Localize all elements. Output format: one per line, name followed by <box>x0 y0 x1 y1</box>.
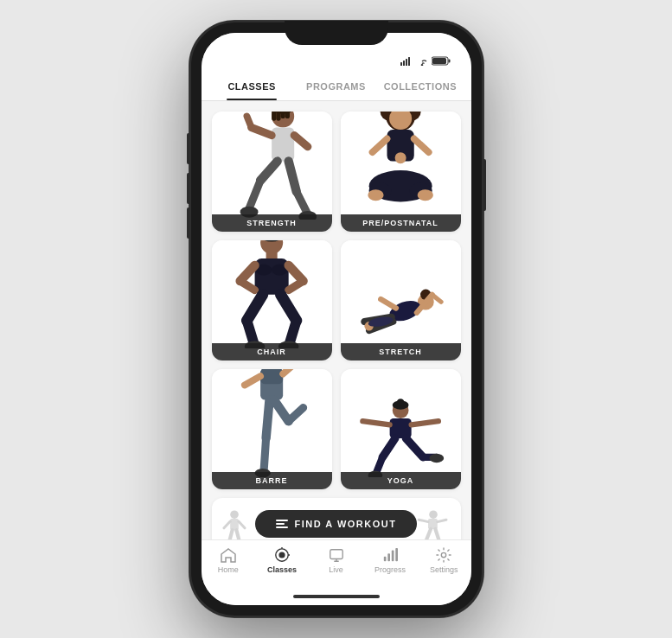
find-workout-left-person <box>219 508 250 539</box>
tab-navigation: CLASSES PROGRAMS COLLECTIONS <box>202 71 471 101</box>
svg-rect-110 <box>392 551 394 562</box>
find-workout-label: FIND A WORKOUT <box>295 519 397 529</box>
workout-card-stretch[interactable]: STRETCH <box>341 240 461 360</box>
workout-card-postnatal[interactable]: PRE/POSTNATAL <box>341 112 461 232</box>
svg-point-79 <box>397 399 404 405</box>
svg-line-31 <box>372 138 387 152</box>
illustration-barre <box>227 381 317 477</box>
svg-line-71 <box>245 376 260 385</box>
tab-collections[interactable]: COLLECTIONS <box>378 71 462 100</box>
barre-label: BARRE <box>212 472 332 489</box>
home-bar <box>202 588 471 605</box>
home-icon <box>219 547 238 563</box>
workout-card-barre[interactable]: BARRE <box>212 369 332 489</box>
illustration-stretch <box>355 252 445 348</box>
svg-line-73 <box>264 437 266 471</box>
svg-point-89 <box>230 510 239 519</box>
live-icon <box>327 547 346 563</box>
nav-item-settings[interactable]: Settings <box>417 547 470 574</box>
svg-rect-13 <box>285 112 290 118</box>
illustration-yoga <box>355 381 445 477</box>
svg-line-99 <box>426 529 431 539</box>
stretch-label: STRETCH <box>341 343 461 360</box>
home-nav-label: Home <box>218 565 239 574</box>
svg-point-33 <box>394 152 406 163</box>
sliders-icon <box>276 520 288 528</box>
svg-line-19 <box>249 180 260 208</box>
svg-line-94 <box>236 530 240 539</box>
svg-line-48 <box>289 281 304 290</box>
svg-rect-69 <box>260 369 283 384</box>
stretch-person-svg <box>355 277 445 348</box>
svg-rect-12 <box>280 112 285 118</box>
svg-line-98 <box>437 520 445 521</box>
nav-item-classes[interactable]: Classes <box>255 547 309 574</box>
svg-rect-11 <box>276 112 280 120</box>
svg-rect-109 <box>387 553 390 561</box>
svg-rect-105 <box>330 550 342 559</box>
postnatal-person-svg <box>355 112 445 220</box>
svg-rect-10 <box>272 112 276 120</box>
tab-programs[interactable]: PROGRAMS <box>294 71 378 100</box>
svg-point-88 <box>429 454 444 463</box>
workout-card-yoga[interactable]: YOGA <box>341 369 461 489</box>
bottom-navigation: Home Classes <box>202 539 471 588</box>
nav-item-live[interactable]: Live <box>309 547 362 574</box>
workout-grid: STRENGTH <box>212 112 461 489</box>
content-area[interactable]: STRENGTH <box>202 101 471 539</box>
signal-icon <box>400 57 413 66</box>
svg-rect-0 <box>400 62 402 66</box>
find-workout-button[interactable]: FIND A WORKOUT <box>255 510 418 538</box>
svg-point-4 <box>420 63 423 65</box>
svg-point-102 <box>279 552 285 558</box>
settings-icon <box>434 547 453 563</box>
strength-label: STRENGTH <box>212 214 332 232</box>
svg-rect-111 <box>395 548 398 561</box>
workout-card-chair[interactable]: CHAIR <box>212 240 332 360</box>
svg-line-32 <box>414 138 429 152</box>
svg-rect-42 <box>254 258 288 295</box>
strength-person-svg <box>227 112 317 220</box>
find-workout-bar[interactable]: FIND A WORKOUT <box>212 498 461 539</box>
chair-person-svg <box>227 240 317 348</box>
illustration-postnatal <box>355 124 445 220</box>
card-figure-chair: CHAIR <box>212 240 332 360</box>
barre-person-svg <box>227 369 317 477</box>
card-figure-strength: STRENGTH <box>212 112 332 232</box>
classes-nav-label: Classes <box>267 565 297 574</box>
nav-item-progress[interactable]: Progress <box>363 547 417 574</box>
yoga-person-svg <box>355 396 445 477</box>
svg-line-17 <box>294 135 308 146</box>
svg-rect-6 <box>448 60 450 63</box>
nav-item-home[interactable]: Home <box>202 547 255 574</box>
tab-classes[interactable]: CLASSES <box>210 71 294 100</box>
chair-label: CHAIR <box>212 343 332 360</box>
svg-rect-2 <box>406 59 407 66</box>
find-workout-right-person <box>413 508 454 539</box>
svg-rect-108 <box>384 557 387 561</box>
svg-point-37 <box>368 189 383 201</box>
svg-rect-90 <box>230 519 239 530</box>
illustration-strength <box>227 124 317 220</box>
illustration-chair <box>227 252 317 348</box>
svg-point-95 <box>429 510 438 519</box>
svg-rect-1 <box>403 61 405 66</box>
svg-line-20 <box>289 161 297 191</box>
svg-line-72 <box>266 399 269 437</box>
svg-line-70 <box>283 369 300 373</box>
progress-nav-label: Progress <box>374 565 406 574</box>
card-figure-yoga: YOGA <box>341 369 461 489</box>
workout-card-strength[interactable]: STRENGTH <box>212 112 332 232</box>
notch <box>285 21 388 45</box>
svg-line-75 <box>289 407 304 421</box>
progress-icon <box>381 547 400 563</box>
svg-line-100 <box>435 529 439 539</box>
svg-rect-7 <box>432 58 446 64</box>
live-nav-label: Live <box>329 565 343 574</box>
status-icons <box>400 56 451 66</box>
svg-line-46 <box>240 281 255 290</box>
svg-point-112 <box>442 552 446 557</box>
card-figure-postnatal: PRE/POSTNATAL <box>341 112 461 232</box>
card-figure-barre: BARRE <box>212 369 332 489</box>
wifi-icon <box>416 57 428 66</box>
